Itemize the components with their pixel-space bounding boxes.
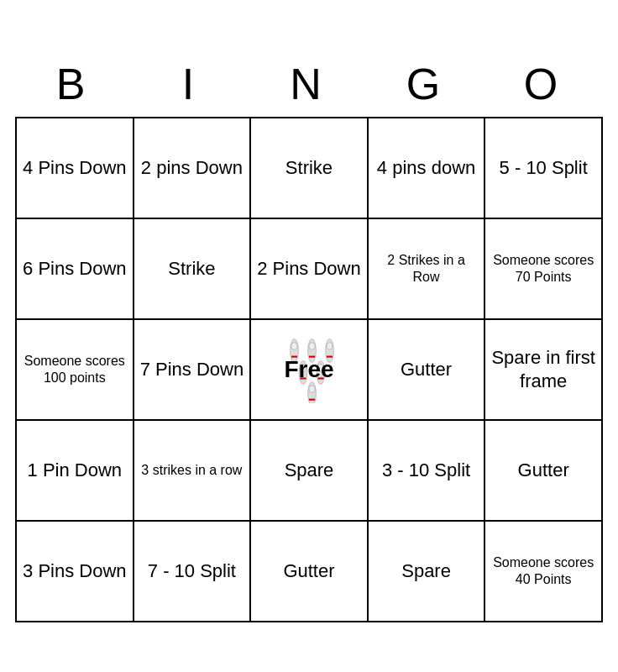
svg-point-16: [309, 385, 315, 391]
bingo-cell: 7 Pins Down: [134, 319, 251, 420]
bingo-cell: Spare: [368, 521, 485, 622]
bingo-cell: Gutter: [368, 319, 485, 420]
bingo-header: BINGO: [15, 50, 603, 118]
header-letter: B: [15, 50, 133, 118]
bingo-cell: 3 Pins Down: [16, 521, 134, 622]
bingo-cell: 2 pins Down: [134, 118, 251, 218]
bingo-cell: Gutter: [250, 521, 368, 622]
free-cell-content: Free: [256, 336, 362, 403]
bingo-container: BINGO 4 Pins Down2 pins DownStrike4 pins…: [15, 50, 603, 622]
header-letter: I: [133, 50, 250, 118]
header-letter: G: [368, 50, 485, 118]
table-row: Someone scores 100 points7 Pins Down: [16, 319, 602, 420]
bingo-grid: 4 Pins Down2 pins DownStrike4 pins down5…: [15, 118, 603, 622]
bingo-cell: Spare in first frame: [484, 319, 602, 420]
svg-point-1: [291, 342, 297, 349]
free-label: Free: [284, 354, 333, 384]
bingo-cell: Spare: [250, 420, 368, 521]
svg-point-7: [327, 342, 333, 349]
bingo-cell: 1 Pin Down: [16, 420, 134, 521]
bingo-cell: Free: [250, 319, 368, 420]
bingo-cell: Someone scores 40 Points: [484, 521, 602, 622]
header-letter: N: [250, 50, 368, 118]
bingo-cell: Someone scores 100 points: [16, 319, 134, 420]
bingo-cell: 4 pins down: [368, 118, 485, 218]
table-row: 6 Pins DownStrike2 Pins Down2 Strikes in…: [16, 218, 602, 319]
bingo-cell: Strike: [250, 118, 368, 218]
table-row: 3 Pins Down7 - 10 SplitGutterSpareSomeon…: [16, 521, 602, 622]
svg-point-4: [309, 342, 315, 349]
bingo-cell: 3 - 10 Split: [368, 420, 485, 521]
bingo-cell: 7 - 10 Split: [134, 521, 251, 622]
bingo-cell: Strike: [134, 218, 251, 319]
bingo-cell: Someone scores 70 Points: [484, 218, 602, 319]
bingo-cell: Gutter: [484, 420, 602, 521]
bingo-cell: 2 Strikes in a Row: [368, 218, 485, 319]
bingo-cell: 3 strikes in a row: [134, 420, 251, 521]
bingo-cell: 5 - 10 Split: [484, 118, 602, 218]
bingo-cell: 6 Pins Down: [16, 218, 134, 319]
table-row: 1 Pin Down3 strikes in a rowSpare3 - 10 …: [16, 420, 602, 521]
bingo-cell: 4 Pins Down: [16, 118, 134, 218]
bingo-cell: 2 Pins Down: [250, 218, 368, 319]
header-letter: O: [485, 50, 603, 118]
table-row: 4 Pins Down2 pins DownStrike4 pins down5…: [16, 118, 602, 218]
